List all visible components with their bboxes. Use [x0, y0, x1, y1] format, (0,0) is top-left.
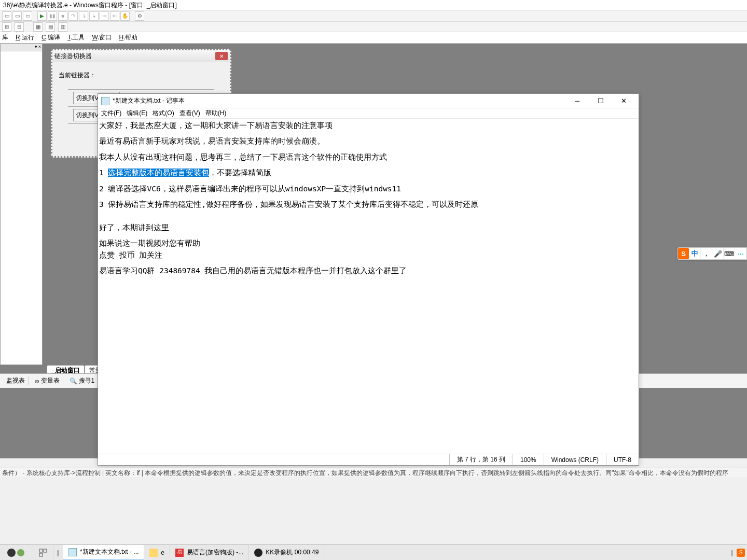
text-line: 2 编译器选择VC6，这样易语言编译出来的程序可以从windowsXP一直支持到… — [99, 183, 639, 194]
tb-save-icon[interactable]: ▭ — [23, 11, 32, 21]
selected-text: 选择完整版本的易语言安装包 — [108, 169, 209, 177]
text-line: 大家好，我是杰座大厦，这一期和大家讲一下易语言安装的注意事项 — [99, 120, 639, 131]
tb-open-icon[interactable]: ▭ — [12, 11, 22, 21]
menu-help[interactable]: H.帮助 — [119, 33, 137, 42]
taskbar-tray: ‖ S — [730, 549, 747, 557]
maximize-button[interactable]: ☐ — [589, 94, 612, 108]
svg-rect-4 — [39, 553, 43, 556]
tb-new-icon[interactable]: ▭ — [2, 11, 11, 21]
taskbar: ‖ *新建文本文档.txt - ... e 易 易语言(加密狗版) -... K… — [0, 544, 747, 560]
ide-title-bar: 36)\e\静态编译转换器.e - Windows窗口程序 - [窗口: _启动… — [0, 0, 747, 10]
penguin-icon — [6, 548, 27, 558]
ime-toolbar[interactable]: S 中 ， 🎤 ⌨ ⋯ — [677, 247, 747, 260]
menu-format[interactable]: 格式(O) — [153, 109, 174, 118]
menu-tools[interactable]: T.工具 — [67, 33, 85, 42]
ime-punct-toggle[interactable]: ， — [701, 248, 712, 259]
ide-toolbar-main: ▭ ▭ ▭ ▶ ▮▮ ■ ↷ ↴ ↳ ⇥ ⇤ ✋ ⚙ — [0, 10, 747, 22]
menu-file[interactable]: 文件(F) — [101, 109, 121, 118]
notepad-text-area[interactable]: 大家好，我是杰座大厦，这一期和大家讲一下易语言安装的注意事项 最近有易语言新手玩… — [98, 119, 639, 454]
svg-point-1 — [17, 549, 24, 556]
tb2-icon[interactable]: ⊟ — [15, 22, 24, 32]
svg-rect-2 — [39, 549, 43, 552]
taskbar-eyuyan[interactable]: 易 易语言(加密狗版) -... — [170, 545, 249, 561]
taskview-icon — [38, 548, 48, 557]
ime-more-icon[interactable]: ⋯ — [735, 248, 746, 259]
tab-monitor[interactable]: 监视表 — [3, 376, 29, 385]
menu-help[interactable]: 帮助(H) — [205, 109, 227, 118]
notepad-title-bar[interactable]: *新建文本文档.txt - 记事本 ─ ☐ ✕ — [98, 94, 639, 108]
left-panel: ▾ × — [0, 44, 43, 365]
tb2-icon[interactable]: ▥ — [58, 22, 67, 32]
text-line: 易语言学习QQ群 234869784 我自己用的易语言无错版本程序也一并打包放入… — [99, 265, 639, 276]
status-cursor-pos: 第 7 行，第 16 列 — [449, 454, 513, 465]
menu-run[interactable]: R.运行 — [16, 33, 34, 42]
tb2-icon[interactable]: ▦ — [33, 22, 43, 32]
hand-icon[interactable]: ✋ — [120, 11, 130, 21]
left-panel-header: ▾ × — [1, 44, 42, 51]
svg-rect-3 — [44, 549, 47, 552]
close-icon[interactable]: ✕ — [215, 52, 228, 60]
status-zoom: 100% — [513, 454, 544, 465]
taskbar-notepad[interactable]: *新建文本文档.txt - ... — [63, 545, 144, 561]
status-eol: Windows (CRLF) — [544, 454, 606, 465]
minimize-button[interactable]: ─ — [565, 94, 589, 108]
ide-toolbar-secondary: ⊞ ⊟ ▦ ▤ ▥ — [0, 22, 747, 32]
taskbar-divider: ‖ — [53, 545, 63, 561]
ide-menu-bar: 库 R.运行 C.编译 T.工具 W.窗口 H.帮助 — [0, 32, 747, 44]
step-over-icon[interactable]: ↷ — [68, 11, 78, 21]
step-out-icon[interactable]: ↳ — [89, 11, 99, 21]
folder-icon — [149, 549, 158, 557]
close-button[interactable]: ✕ — [612, 94, 635, 108]
notepad-window: *新建文本文档.txt - 记事本 ─ ☐ ✕ 文件(F) 编辑(E) 格式(O… — [98, 93, 639, 466]
notepad-status-bar: 第 7 行，第 16 列 100% Windows (CRLF) UTF-8 — [98, 454, 639, 465]
step-icon[interactable]: ⇥ — [100, 11, 109, 21]
eyuyan-icon: 易 — [175, 549, 184, 557]
tab-search1[interactable]: 🔍搜寻1 — [66, 376, 99, 385]
task-view-button[interactable] — [33, 545, 53, 561]
notepad-icon — [101, 97, 109, 105]
notepad-title-text: *新建文本文档.txt - 记事本 — [113, 96, 565, 105]
linker-current-label: 当前链接器： — [59, 71, 225, 80]
tab-variables[interactable]: ∞变量表 — [32, 376, 63, 385]
menu-compile[interactable]: C.编译 — [42, 33, 60, 42]
panel-menu-icon[interactable]: ▾ — [35, 44, 37, 51]
notepad-menu-bar: 文件(F) 编辑(E) 格式(O) 查看(V) 帮助(H) — [98, 108, 639, 119]
stop-icon[interactable]: ■ — [58, 11, 67, 21]
text-line: 1 选择完整版本的易语言安装包，不要选择精简版 — [99, 167, 639, 178]
run-icon[interactable]: ▶ — [37, 11, 47, 21]
linker-title-text: 链接器切换器 — [54, 52, 92, 61]
tb2-icon[interactable]: ⊞ — [2, 22, 11, 32]
taskbar-recorder[interactable]: KK录像机 00:00:49 — [249, 545, 324, 561]
svg-point-0 — [7, 549, 16, 557]
step2-icon[interactable]: ⇤ — [110, 11, 119, 21]
ide-info-strip: 条件） - 系统核心支持库->流程控制 | 英文名称：if | 本命令根据提供的… — [0, 468, 747, 477]
ime-mic-icon[interactable]: 🎤 — [712, 248, 724, 259]
step-into-icon[interactable]: ↴ — [79, 11, 88, 21]
menu-window[interactable]: W.窗口 — [92, 33, 112, 42]
ime-logo-icon[interactable]: S — [678, 248, 689, 259]
text-line: 点赞 投币 加关注 — [99, 249, 639, 261]
taskbar-explorer[interactable]: e — [144, 545, 170, 561]
ime-keyboard-icon[interactable]: ⌨ — [724, 248, 735, 259]
text-line: 好了，本期讲到这里 — [99, 222, 639, 233]
recorder-icon — [254, 549, 262, 557]
menu-view[interactable]: 查看(V) — [179, 109, 200, 118]
text-line: 如果说这一期视频对您有帮助 — [99, 237, 639, 249]
start-button[interactable] — [0, 545, 33, 561]
text-line: 最近有易语言新手玩家对我说，易语言安装支持库的时候会崩溃。 — [99, 135, 639, 147]
sogou-tray-icon[interactable]: S — [737, 549, 745, 557]
panel-close-icon[interactable]: × — [38, 44, 41, 51]
pause-icon[interactable]: ▮▮ — [48, 11, 57, 21]
text-line: 我本人从没有出现这种问题，思考再三，总结了一下易语言这个软件的正确使用方式 — [99, 151, 639, 163]
text-line: 3 保持易语言支持库的稳定性,做好程序备份，如果发现易语言安装了某个支持库后变得… — [99, 199, 639, 210]
linker-dialog-title: 链接器切换器 ✕ — [52, 50, 230, 62]
tray-divider: ‖ — [730, 549, 734, 556]
menu-lib[interactable]: 库 — [2, 33, 8, 42]
design-icon[interactable]: ⚙ — [135, 11, 144, 21]
notepad-icon — [68, 548, 77, 556]
menu-edit[interactable]: 编辑(E) — [127, 109, 147, 118]
ime-lang-toggle[interactable]: 中 — [689, 248, 701, 259]
status-encoding: UTF-8 — [606, 454, 639, 465]
tb2-icon[interactable]: ▤ — [46, 22, 55, 32]
